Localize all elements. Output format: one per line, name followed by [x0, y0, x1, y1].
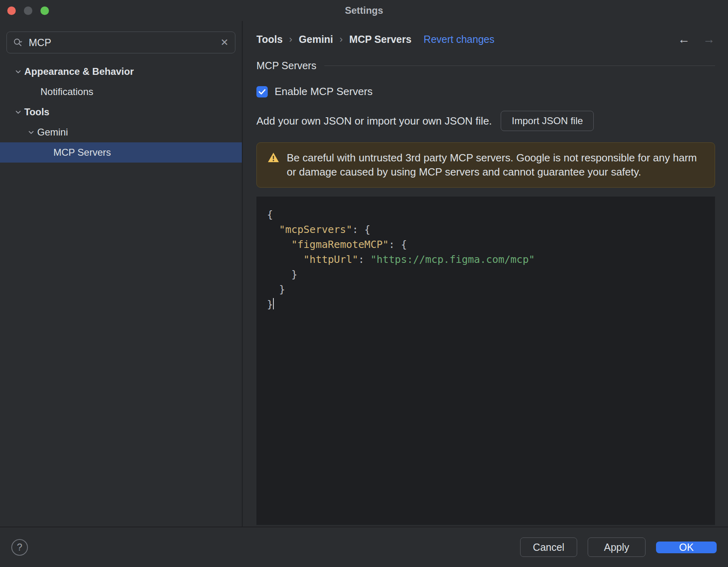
add-json-text: Add your own JSON or import your own JSO… — [256, 115, 492, 127]
section-title: MCP Servers — [256, 60, 316, 72]
settings-tree: Appearance & Behavior Notifications Tool… — [0, 61, 242, 163]
section-header: MCP Servers — [256, 60, 715, 72]
minimize-window-button[interactable] — [24, 6, 32, 15]
sidebar-item-label: Tools — [24, 106, 49, 118]
apply-button[interactable]: Apply — [588, 537, 645, 557]
settings-search-field[interactable]: ✕ — [6, 32, 235, 53]
sidebar-item-label: Gemini — [37, 127, 68, 138]
enable-mcp-label: Enable MCP Servers — [275, 85, 372, 98]
close-window-button[interactable] — [7, 6, 16, 15]
window-title: Settings — [345, 5, 383, 16]
revert-changes-link[interactable]: Revert changes — [423, 34, 494, 45]
breadcrumb: Tools › Gemini › MCP Servers Revert chan… — [256, 33, 715, 45]
forward-arrow-icon[interactable]: → — [703, 33, 715, 45]
warning-triangle-icon — [267, 152, 279, 165]
zoom-window-button[interactable] — [40, 6, 49, 15]
add-json-row: Add your own JSON or import your own JSO… — [256, 111, 715, 131]
sidebar-item-gemini[interactable]: Gemini — [0, 122, 242, 142]
settings-window: Settings ✕ — [0, 0, 728, 567]
chevron-down-icon[interactable] — [25, 129, 37, 135]
settings-content: Tools › Gemini › MCP Servers Revert chan… — [243, 21, 728, 527]
warning-banner: Be careful with untrusted 3rd party MCP … — [256, 142, 715, 188]
breadcrumb-separator: › — [289, 34, 292, 45]
sidebar-item-tools[interactable]: Tools — [0, 102, 242, 122]
help-icon[interactable]: ? — [11, 539, 28, 556]
chevron-down-icon[interactable] — [12, 68, 24, 75]
breadcrumb-mcp-servers[interactable]: MCP Servers — [349, 34, 412, 45]
import-json-file-button[interactable]: Import JSON file — [501, 111, 594, 131]
search-input[interactable] — [24, 37, 220, 49]
settings-sidebar: ✕ Appearance & Behavior Notifications To — [0, 21, 243, 527]
enable-mcp-checkbox[interactable] — [256, 86, 268, 97]
warning-text: Be careful with untrusted 3rd party MCP … — [287, 151, 699, 179]
sidebar-item-label: Appearance & Behavior — [24, 66, 134, 77]
traffic-lights — [7, 0, 49, 21]
breadcrumb-separator: › — [340, 34, 343, 45]
titlebar: Settings — [0, 0, 728, 21]
sidebar-item-mcp-servers[interactable]: MCP Servers — [0, 142, 242, 163]
ok-button[interactable]: OK — [656, 542, 717, 553]
sidebar-item-appearance-behavior[interactable]: Appearance & Behavior — [0, 61, 242, 82]
cancel-button[interactable]: Cancel — [520, 537, 577, 557]
json-editor-code: { "mcpServers": { "figmaRemoteMCP": { "h… — [267, 207, 715, 312]
breadcrumb-gemini[interactable]: Gemini — [299, 34, 333, 45]
back-arrow-icon[interactable]: ← — [678, 33, 690, 45]
enable-mcp-row: Enable MCP Servers — [256, 85, 715, 98]
sidebar-item-notifications[interactable]: Notifications — [0, 82, 242, 102]
search-icon — [13, 38, 24, 47]
text-caret — [273, 298, 274, 309]
sidebar-item-label: Notifications — [40, 86, 93, 97]
json-editor[interactable]: { "mcpServers": { "figmaRemoteMCP": { "h… — [256, 197, 715, 525]
chevron-down-icon[interactable] — [12, 109, 24, 115]
section-divider — [324, 66, 715, 66]
clear-search-icon[interactable]: ✕ — [220, 38, 229, 47]
sidebar-item-label: MCP Servers — [53, 147, 111, 158]
help-glyph: ? — [17, 542, 22, 553]
breadcrumb-tools[interactable]: Tools — [256, 34, 283, 45]
footer-bar: ? Cancel Apply OK — [0, 527, 728, 567]
